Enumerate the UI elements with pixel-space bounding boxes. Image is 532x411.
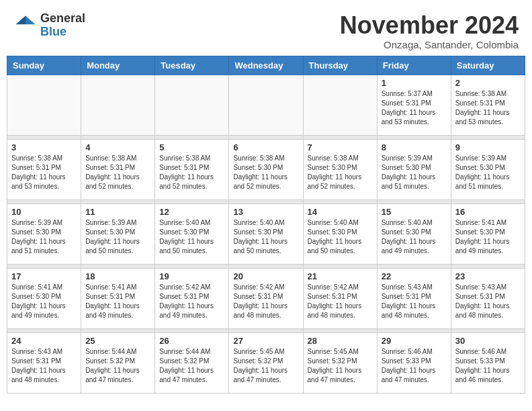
day-number: 29 <box>382 336 447 346</box>
day-info: Sunrise: 5:41 AM Sunset: 5:30 PM Dayligh… <box>11 283 77 320</box>
day-info: Sunrise: 5:39 AM Sunset: 5:30 PM Dayligh… <box>85 218 150 256</box>
calendar-cell: 16Sunrise: 5:41 AM Sunset: 5:30 PM Dayli… <box>451 203 525 264</box>
day-number: 18 <box>85 271 150 281</box>
day-info: Sunrise: 5:43 AM Sunset: 5:31 PM Dayligh… <box>455 283 521 320</box>
calendar-week-row: 10Sunrise: 5:39 AM Sunset: 5:30 PM Dayli… <box>7 203 525 264</box>
calendar-header-tuesday: Tuesday <box>155 56 229 75</box>
calendar-cell: 21Sunrise: 5:42 AM Sunset: 5:31 PM Dayli… <box>303 268 377 328</box>
calendar-cell: 9Sunrise: 5:39 AM Sunset: 5:30 PM Daylig… <box>451 139 525 199</box>
title-block: November 2024 Onzaga, Santander, Colombi… <box>340 12 519 50</box>
day-info: Sunrise: 5:42 AM Sunset: 5:31 PM Dayligh… <box>308 283 373 320</box>
calendar-cell: 23Sunrise: 5:43 AM Sunset: 5:31 PM Dayli… <box>451 268 525 328</box>
calendar-week-row: 24Sunrise: 5:43 AM Sunset: 5:31 PM Dayli… <box>7 332 525 393</box>
calendar-cell: 7Sunrise: 5:38 AM Sunset: 5:30 PM Daylig… <box>303 139 377 199</box>
calendar-cell <box>303 75 377 135</box>
logo-blue-text: Blue <box>40 26 85 39</box>
day-info: Sunrise: 5:38 AM Sunset: 5:31 PM Dayligh… <box>11 154 77 191</box>
calendar-cell <box>155 75 229 135</box>
day-number: 13 <box>233 207 298 217</box>
calendar-header-saturday: Saturday <box>451 56 525 75</box>
day-number: 15 <box>382 207 447 217</box>
calendar-cell: 8Sunrise: 5:39 AM Sunset: 5:30 PM Daylig… <box>377 139 451 199</box>
calendar-cell: 29Sunrise: 5:46 AM Sunset: 5:33 PM Dayli… <box>377 332 451 393</box>
day-number: 24 <box>11 336 77 346</box>
day-info: Sunrise: 5:40 AM Sunset: 5:30 PM Dayligh… <box>233 218 298 256</box>
day-number: 17 <box>11 271 77 281</box>
calendar-cell: 1Sunrise: 5:37 AM Sunset: 5:31 PM Daylig… <box>377 75 451 135</box>
day-info: Sunrise: 5:40 AM Sunset: 5:30 PM Dayligh… <box>159 218 224 256</box>
calendar-header-sunday: Sunday <box>7 56 81 75</box>
day-info: Sunrise: 5:38 AM Sunset: 5:30 PM Dayligh… <box>308 154 373 191</box>
day-info: Sunrise: 5:46 AM Sunset: 5:33 PM Dayligh… <box>455 347 521 385</box>
calendar-cell: 19Sunrise: 5:42 AM Sunset: 5:31 PM Dayli… <box>155 268 229 328</box>
calendar-header-friday: Friday <box>377 56 451 75</box>
day-info: Sunrise: 5:41 AM Sunset: 5:31 PM Dayligh… <box>85 283 150 320</box>
calendar-cell: 13Sunrise: 5:40 AM Sunset: 5:30 PM Dayli… <box>229 203 303 264</box>
calendar-cell: 5Sunrise: 5:38 AM Sunset: 5:31 PM Daylig… <box>155 139 229 199</box>
day-number: 11 <box>85 207 150 217</box>
calendar-cell: 30Sunrise: 5:46 AM Sunset: 5:33 PM Dayli… <box>451 332 525 393</box>
day-info: Sunrise: 5:40 AM Sunset: 5:30 PM Dayligh… <box>382 218 447 256</box>
day-info: Sunrise: 5:46 AM Sunset: 5:33 PM Dayligh… <box>382 347 447 385</box>
calendar-header-monday: Monday <box>81 56 155 75</box>
day-number: 20 <box>233 271 298 281</box>
day-number: 16 <box>455 207 521 217</box>
calendar-cell <box>81 75 155 135</box>
day-number: 14 <box>308 207 373 217</box>
day-info: Sunrise: 5:38 AM Sunset: 5:30 PM Dayligh… <box>233 154 298 191</box>
calendar-cell: 15Sunrise: 5:40 AM Sunset: 5:30 PM Dayli… <box>377 203 451 264</box>
calendar-cell: 3Sunrise: 5:38 AM Sunset: 5:31 PM Daylig… <box>7 139 81 199</box>
logo-text: General Blue <box>40 12 85 39</box>
location: Onzaga, Santander, Colombia <box>340 39 519 50</box>
calendar-cell: 11Sunrise: 5:39 AM Sunset: 5:30 PM Dayli… <box>81 203 155 264</box>
day-info: Sunrise: 5:41 AM Sunset: 5:30 PM Dayligh… <box>455 218 521 256</box>
day-number: 7 <box>308 142 373 152</box>
calendar-cell: 17Sunrise: 5:41 AM Sunset: 5:30 PM Dayli… <box>7 268 81 328</box>
calendar-week-row: 3Sunrise: 5:38 AM Sunset: 5:31 PM Daylig… <box>7 139 525 199</box>
day-number: 4 <box>85 142 150 152</box>
calendar-header-wednesday: Wednesday <box>229 56 303 75</box>
day-info: Sunrise: 5:42 AM Sunset: 5:31 PM Dayligh… <box>159 283 224 320</box>
calendar-header-row: SundayMondayTuesdayWednesdayThursdayFrid… <box>7 56 525 75</box>
page-header: General Blue November 2024 Onzaga, Santa… <box>7 7 525 50</box>
calendar-cell <box>7 75 81 135</box>
calendar-cell: 18Sunrise: 5:41 AM Sunset: 5:31 PM Dayli… <box>81 268 155 328</box>
day-number: 2 <box>455 78 521 88</box>
calendar-week-row: 1Sunrise: 5:37 AM Sunset: 5:31 PM Daylig… <box>7 75 525 135</box>
calendar-cell: 14Sunrise: 5:40 AM Sunset: 5:30 PM Dayli… <box>303 203 377 264</box>
logo-general-text: General <box>40 12 85 26</box>
calendar-cell: 2Sunrise: 5:38 AM Sunset: 5:31 PM Daylig… <box>451 75 525 135</box>
day-info: Sunrise: 5:43 AM Sunset: 5:31 PM Dayligh… <box>382 283 447 320</box>
calendar-cell: 28Sunrise: 5:45 AM Sunset: 5:32 PM Dayli… <box>303 332 377 393</box>
day-number: 3 <box>11 142 77 152</box>
calendar-cell: 6Sunrise: 5:38 AM Sunset: 5:30 PM Daylig… <box>229 139 303 199</box>
day-info: Sunrise: 5:42 AM Sunset: 5:31 PM Dayligh… <box>233 283 298 320</box>
day-number: 5 <box>159 142 224 152</box>
day-number: 28 <box>308 336 373 346</box>
calendar-cell: 12Sunrise: 5:40 AM Sunset: 5:30 PM Dayli… <box>155 203 229 264</box>
calendar-cell: 22Sunrise: 5:43 AM Sunset: 5:31 PM Dayli… <box>377 268 451 328</box>
calendar-week-row: 17Sunrise: 5:41 AM Sunset: 5:30 PM Dayli… <box>7 268 525 328</box>
day-info: Sunrise: 5:45 AM Sunset: 5:32 PM Dayligh… <box>308 347 373 385</box>
calendar-cell: 24Sunrise: 5:43 AM Sunset: 5:31 PM Dayli… <box>7 332 81 393</box>
logo-icon <box>13 13 38 38</box>
day-info: Sunrise: 5:38 AM Sunset: 5:31 PM Dayligh… <box>85 154 150 191</box>
calendar-header-thursday: Thursday <box>303 56 377 75</box>
svg-marker-1 <box>16 15 26 24</box>
day-info: Sunrise: 5:44 AM Sunset: 5:32 PM Dayligh… <box>85 347 150 385</box>
calendar-table: SundayMondayTuesdayWednesdayThursdayFrid… <box>7 56 525 394</box>
day-number: 6 <box>233 142 298 152</box>
day-info: Sunrise: 5:45 AM Sunset: 5:32 PM Dayligh… <box>233 347 298 385</box>
calendar-cell: 10Sunrise: 5:39 AM Sunset: 5:30 PM Dayli… <box>7 203 81 264</box>
calendar-cell <box>229 75 303 135</box>
day-info: Sunrise: 5:39 AM Sunset: 5:30 PM Dayligh… <box>382 154 447 191</box>
calendar-cell: 20Sunrise: 5:42 AM Sunset: 5:31 PM Dayli… <box>229 268 303 328</box>
day-number: 22 <box>382 271 447 281</box>
day-number: 10 <box>11 207 77 217</box>
day-number: 21 <box>308 271 373 281</box>
day-number: 23 <box>455 271 521 281</box>
day-info: Sunrise: 5:39 AM Sunset: 5:30 PM Dayligh… <box>11 218 77 256</box>
day-number: 9 <box>455 142 521 152</box>
day-info: Sunrise: 5:40 AM Sunset: 5:30 PM Dayligh… <box>308 218 373 256</box>
day-info: Sunrise: 5:43 AM Sunset: 5:31 PM Dayligh… <box>11 347 77 385</box>
